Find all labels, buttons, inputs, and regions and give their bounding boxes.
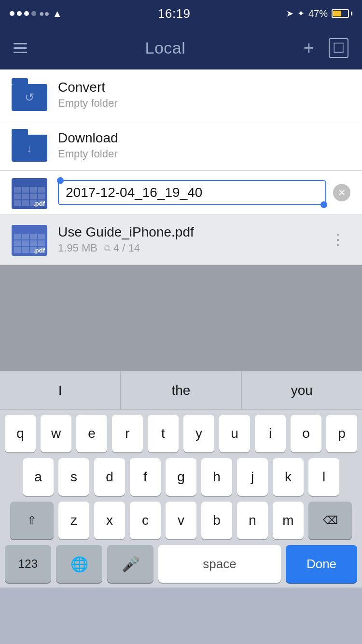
key-w[interactable]: w [41,415,71,452]
key-l[interactable]: l [308,458,339,496]
key-v[interactable]: v [166,502,196,539]
list-item[interactable]: ↺ Convert Empty folder [0,70,362,120]
location-icon: ➤ [286,8,293,19]
folder-tab [12,129,28,135]
file-name: Use Guide_iPhone.pdf [58,224,325,240]
key-b[interactable]: b [201,502,232,539]
battery-percent: 47% [308,8,328,19]
battery-icon [332,9,352,18]
rename-row[interactable]: .pdf ✕ [0,171,362,214]
key-o[interactable]: o [291,415,321,452]
folder-tab [12,78,28,84]
keyboard-row-4: 123 🌐 🎤 space Done [4,545,358,583]
nav-bar: Local + ☐ [0,27,362,70]
key-y[interactable]: y [183,415,214,452]
dot2 [17,11,22,16]
menu-icon[interactable] [14,43,27,53]
dot4 [31,11,36,16]
folder-icon: ↺ [12,78,47,111]
key-x[interactable]: x [94,502,125,539]
file-info: Download Empty folder [58,130,350,160]
key-n[interactable]: n [237,502,268,539]
pdf-body: .pdf [12,225,47,256]
autocomplete-item-the[interactable]: the [121,371,241,409]
status-left: ●● ▲ [10,8,62,19]
carrier-text: ●● [39,9,50,19]
file-sub: Empty folder [58,148,350,160]
key-s[interactable]: s [58,458,89,496]
rename-input[interactable] [66,185,319,200]
globe-key[interactable]: 🌐 [56,545,102,583]
key-c[interactable]: c [130,502,161,539]
key-t[interactable]: t [148,415,179,452]
key-r[interactable]: r [112,415,143,452]
done-key[interactable]: Done [286,545,357,583]
shift-key[interactable]: ⇧ [10,502,54,539]
more-options-button[interactable]: ⋮ [325,225,350,253]
page-count: ⧉ 4 / 14 [104,242,140,254]
keyboard-row-1: q w e r t y u i o p [4,415,358,452]
signal-dots [10,11,36,16]
file-name: Download [58,130,350,146]
clock: 16:19 [158,6,191,21]
pdf-label: .pdf [33,247,45,254]
pdf-icon: .pdf [12,176,47,209]
backspace-key[interactable]: ⌫ [308,502,352,539]
list-item[interactable]: ↓ Download Empty folder [0,120,362,171]
status-bar: ●● ▲ 16:19 ➤ ✦ 47% [0,0,362,27]
folder-body: ↓ [12,135,47,162]
key-g[interactable]: g [166,458,196,496]
folder-icon: ↓ [12,129,47,162]
key-j[interactable]: j [237,458,268,496]
nav-title: Local [145,39,186,57]
nav-actions: + ☐ [304,38,348,58]
key-h[interactable]: h [201,458,232,496]
list-item[interactable]: .pdf Use Guide_iPhone.pdf 1.95 MB ⧉ 4 / … [0,214,362,265]
file-meta: 1.95 MB ⧉ 4 / 14 [58,242,325,254]
key-d[interactable]: d [94,458,125,496]
edit-button[interactable]: ☐ [329,38,348,58]
dot3 [24,11,29,16]
empty-area [0,265,362,371]
key-f[interactable]: f [130,458,161,496]
keyboard: q w e r t y u i o p a s d f g h j k l ⇧ … [0,410,362,588]
key-i[interactable]: i [255,415,286,452]
pdf-body: .pdf [12,178,47,209]
dot1 [10,11,14,16]
file-size: 1.95 MB [58,242,97,254]
autocomplete-bar: I the you [0,371,362,410]
keyboard-row-2: a s d f g h j k l [4,458,358,496]
key-z[interactable]: z [58,502,89,539]
file-sub: Empty folder [58,97,350,110]
key-a[interactable]: a [23,458,54,496]
key-p[interactable]: p [326,415,357,452]
battery-fill [333,11,341,16]
pages-icon: ⧉ [104,243,111,253]
pdf-icon: .pdf [12,223,47,256]
clear-button[interactable]: ✕ [333,184,350,201]
file-info: Convert Empty folder [58,80,350,110]
battery-cap [351,12,352,15]
pages-value: 4 / 14 [113,242,140,254]
key-e[interactable]: e [76,415,107,452]
autocomplete-item-i[interactable]: I [0,371,121,409]
key-k[interactable]: k [273,458,304,496]
key-u[interactable]: u [219,415,250,452]
keyboard-row-3: ⇧ z x c v b n m ⌫ [4,502,358,539]
pdf-label: .pdf [33,200,45,207]
space-key[interactable]: space [158,545,281,583]
file-info: Use Guide_iPhone.pdf 1.95 MB ⧉ 4 / 14 [58,224,325,254]
cursor-handle-bottom [320,201,327,208]
number-key[interactable]: 123 [5,545,51,583]
mic-key[interactable]: 🎤 [107,545,153,583]
wifi-icon: ▲ [53,8,62,19]
status-right: ➤ ✦ 47% [286,8,352,19]
battery-body [332,9,349,18]
key-m[interactable]: m [273,502,304,539]
add-button[interactable]: + [304,38,314,58]
key-q[interactable]: q [5,415,36,452]
cursor-handle-top [57,177,64,184]
bluetooth-icon: ✦ [297,8,305,19]
rename-input-wrap[interactable] [58,180,326,205]
autocomplete-item-you[interactable]: you [242,371,362,409]
